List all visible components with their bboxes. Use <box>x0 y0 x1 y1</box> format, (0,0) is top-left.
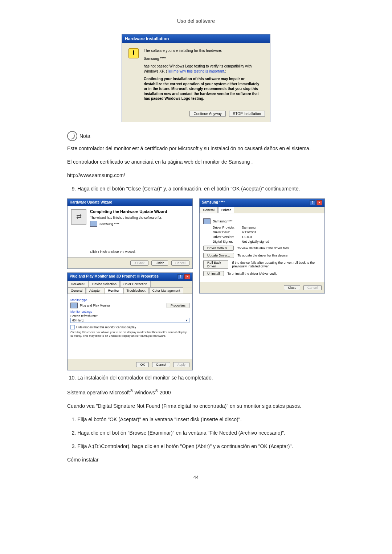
huw-finished: The wizard has finished installing the s… <box>90 216 189 219</box>
page-header: Uso del software <box>67 18 325 24</box>
uninstall-text: To uninstall the driver (Advanced). <box>228 272 277 275</box>
tab-color-correction[interactable]: Color Correction <box>120 281 151 287</box>
cancel-button: Cancel <box>303 285 322 290</box>
ok-button[interactable]: OK <box>136 362 149 367</box>
stop-installation-button[interactable]: STOP Installation <box>229 111 265 117</box>
monitor-icon <box>203 218 211 224</box>
tab-general[interactable]: General <box>200 207 218 213</box>
props-device: Samsung **** <box>213 219 233 223</box>
driver-details-text: To view details about the driver files. <box>237 246 290 250</box>
hw-bold-warning: Continuing your installation of this sof… <box>144 77 264 101</box>
note-label: Nota <box>79 133 90 139</box>
uninstall-button[interactable]: Uninstall <box>203 271 224 276</box>
step-9: Haga clic en el botón "Close (Cerrar)" y… <box>77 185 325 193</box>
continue-anyway-button[interactable]: Continue Anyway <box>189 111 225 117</box>
close-icon[interactable]: × <box>184 274 190 279</box>
huw-click-finish: Click Finish to close the wizard. <box>90 250 189 254</box>
section-monitor-settings: Monitor settings <box>70 310 189 313</box>
tab-troubleshoot[interactable]: Troubleshoot <box>123 287 149 294</box>
huw-completing: Completing the Hardware Update Wizard <box>90 209 189 214</box>
cancel-button[interactable]: Cancel <box>152 362 170 367</box>
props-title: Samsung **** <box>202 200 225 205</box>
monitor-icon <box>90 221 97 227</box>
back-button: < Back <box>130 260 148 266</box>
cancel-button: Cancel <box>171 260 189 266</box>
update-driver-text: To update the driver for this device. <box>238 254 289 257</box>
hide-modes-label: Hide modes that this monitor cannot disp… <box>76 325 136 329</box>
help-icon[interactable]: ? <box>310 200 315 205</box>
note-icon <box>67 131 77 141</box>
tab-adapter[interactable]: Adapter <box>86 287 104 294</box>
huw-title: Hardware Update Wizard <box>70 200 113 204</box>
chevron-down-icon: ▾ <box>186 319 188 322</box>
tab-driver[interactable]: Driver <box>218 207 234 213</box>
tab-monitor[interactable]: Monitor <box>105 287 123 294</box>
monitor-type-value: Plug and Play Monitor <box>80 304 110 307</box>
plug-title: Plug and Play Monitor and 3D Prophet III… <box>70 274 159 279</box>
para-digital-signature: Cuando vea "Digital Signature Not Found … <box>67 402 325 410</box>
apply-button: Apply <box>173 362 189 367</box>
dialog-title: Hardware Installation <box>122 34 270 43</box>
hw-line2: has not passed Windows Logo testing to v… <box>144 64 264 74</box>
step-1: Elija el botón "OK (Aceptar)" en la vent… <box>77 416 325 423</box>
step-10: La instalación del controlador del monit… <box>77 374 325 382</box>
warning-icon <box>128 48 139 58</box>
help-icon[interactable]: ? <box>177 274 183 279</box>
how-to-install: Cómo instalar <box>67 456 325 464</box>
refresh-rate-label: Screen refresh rate: <box>70 314 189 318</box>
tab-general[interactable]: General <box>68 287 86 294</box>
tab-geforce[interactable]: GeForce3 <box>68 281 89 287</box>
hardware-update-wizard-dialog: Hardware Update Wizard Completing the Ha… <box>67 198 193 269</box>
hw-line1: The software you are installing for this… <box>144 48 264 53</box>
para-certified: Este controlador del monitor est á certi… <box>67 145 325 152</box>
tab-device-selection[interactable]: Device Selection <box>89 281 120 287</box>
hardware-installation-dialog: Hardware Installation The software you a… <box>122 34 270 122</box>
close-button[interactable]: Close <box>284 285 300 290</box>
step-2: Haga clic en el bot ón "Browse (Examinar… <box>77 429 325 437</box>
refresh-rate-select[interactable]: 60 Hertz ▾ <box>70 318 189 323</box>
tell-me-why-link[interactable]: Tell me why this testing is important. <box>167 69 225 73</box>
update-driver-button[interactable]: Update Driver... <box>203 253 234 258</box>
step-3: Elija A:(D:\Controlador), haga clic en e… <box>77 443 325 450</box>
driver-details-button[interactable]: Driver Details... <box>203 246 234 251</box>
properties-button[interactable]: Properties <box>167 303 189 308</box>
hw-device: Samsung **** <box>144 56 264 61</box>
close-icon[interactable]: × <box>317 200 322 205</box>
monitor-properties-dialog: Plug and Play Monitor and 3D Prophet III… <box>67 272 193 371</box>
finish-button[interactable]: Finish <box>151 260 168 266</box>
huw-device: Samsung **** <box>99 222 119 226</box>
rollback-driver-button[interactable]: Roll Back Driver <box>203 260 228 269</box>
driver-properties-dialog: Samsung **** ? × General Driver Samsung … <box>199 198 325 294</box>
page-number: 44 <box>67 475 325 480</box>
tab-color-management[interactable]: Color Management <box>149 287 184 294</box>
rollback-driver-text: If the device fails after updating the d… <box>232 261 321 268</box>
monitor-icon <box>70 303 78 308</box>
para-announce: El controlador certificado se anunciará … <box>67 158 325 166</box>
samsung-url[interactable]: http://www.samsung.com/ <box>67 172 125 178</box>
wizard-icon <box>71 209 86 225</box>
hide-modes-checkbox[interactable] <box>70 325 75 329</box>
section-monitor-type: Monitor type <box>70 298 189 302</box>
hide-modes-note: Clearing this check box allows you to se… <box>70 331 189 338</box>
os-line: Sistema operativo Microsoft® Windows® 20… <box>67 387 325 397</box>
